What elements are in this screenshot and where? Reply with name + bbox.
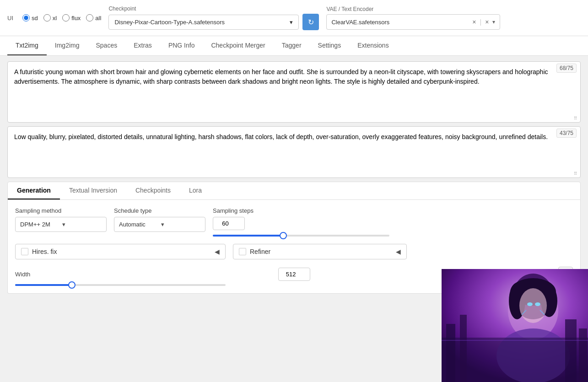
positive-prompt-textarea[interactable] <box>8 62 580 121</box>
vae-select[interactable]: ClearVAE.safetensors × | × ▾ <box>326 14 500 30</box>
main-tabs-bar: Txt2img Img2img Spaces Extras PNG Info C… <box>0 36 588 56</box>
vae-section: VAE / Text Encoder ClearVAE.safetensors … <box>326 6 500 30</box>
sub-tab-lora[interactable]: Lora <box>180 182 211 199</box>
tab-png-info[interactable]: PNG Info <box>160 36 203 55</box>
main-content: 68/75 ⠿ 43/75 ⠿ Generation Textual Inver… <box>0 56 588 299</box>
sampling-method-value: DPM++ 2M <box>20 221 59 228</box>
svg-point-8 <box>535 302 540 306</box>
tab-txt2img[interactable]: Txt2img <box>7 36 47 55</box>
checkpoint-section: Checkpoint Disney-Pixar-Cartoon-Type-A.s… <box>108 5 319 30</box>
hires-fix-label: Hires. fix <box>32 248 211 255</box>
sub-tabs-bar: Generation Textual Inversion Checkpoints… <box>7 182 581 200</box>
radio-xl[interactable]: xl <box>43 14 57 22</box>
negative-prompt-textarea[interactable] <box>8 127 580 176</box>
checkpoint-arrow-icon: ▾ <box>290 19 293 26</box>
width-fill <box>15 284 72 286</box>
svg-point-6 <box>519 288 547 323</box>
vae-separator: | <box>480 18 482 26</box>
tab-checkpoint-merger[interactable]: Checkpoint Merger <box>203 36 273 55</box>
sub-tab-checkpoints[interactable]: Checkpoints <box>126 182 180 199</box>
negative-prompt-wrapper: 43/75 ⠿ <box>7 126 581 178</box>
sampling-steps-row <box>213 217 389 230</box>
radio-xl-label: xl <box>53 15 57 22</box>
hires-fix-box[interactable]: Hires. fix ◀ <box>15 244 226 259</box>
radio-flux[interactable]: flux <box>62 14 81 22</box>
tab-extensions[interactable]: Extensions <box>349 36 397 55</box>
width-input[interactable] <box>278 268 310 281</box>
hires-row: Hires. fix ◀ Refiner ◀ <box>15 244 573 259</box>
hires-fix-checkbox[interactable] <box>21 248 28 255</box>
checkpoint-label: Checkpoint <box>108 5 319 12</box>
preview-image-svg <box>442 269 588 382</box>
sampling-steps-fill <box>213 235 283 237</box>
vae-clear-all-icon[interactable]: × <box>485 18 489 26</box>
image-preview <box>442 269 588 382</box>
svg-rect-15 <box>565 319 577 382</box>
radio-sd-label: sd <box>32 15 38 22</box>
model-radio-group: sd xl flux all <box>22 14 101 22</box>
refiner-collapse-icon[interactable]: ◀ <box>396 248 401 255</box>
svg-rect-16 <box>579 328 587 382</box>
sampling-steps-thumb[interactable] <box>280 232 287 239</box>
refiner-checkbox[interactable] <box>239 248 246 255</box>
positive-prompt-wrapper: 68/75 ⠿ <box>7 61 581 123</box>
refresh-icon: ↻ <box>308 18 314 27</box>
sampling-row: Sampling method DPM++ 2M ▾ Schedule type… <box>15 207 573 237</box>
checkpoint-value: Disney-Pixar-Cartoon-Type-A.safetensors <box>114 19 225 26</box>
tab-settings[interactable]: Settings <box>310 36 350 55</box>
svg-rect-14 <box>460 315 467 382</box>
vae-value: ClearVAE.safetensors <box>331 19 469 26</box>
tab-spaces[interactable]: Spaces <box>87 36 125 55</box>
refiner-label: Refiner <box>250 248 392 255</box>
ui-label: UI <box>7 15 13 22</box>
sampling-method-arrow-icon: ▾ <box>62 221 102 228</box>
tab-tagger[interactable]: Tagger <box>274 36 310 55</box>
vae-clear-icon[interactable]: × <box>472 18 476 26</box>
tab-extras[interactable]: Extras <box>125 36 160 55</box>
vae-label: VAE / Text Encoder <box>326 6 500 12</box>
top-bar: UI sd xl flux all Checkpoint Disney-Pixa… <box>0 0 588 36</box>
sampling-method-field: Sampling method DPM++ 2M ▾ <box>15 207 107 232</box>
sampling-steps-slider-container <box>213 235 389 237</box>
schedule-type-value: Automatic <box>119 221 158 228</box>
sampling-steps-field: Sampling steps <box>213 207 389 237</box>
checkpoint-dropdown: Disney-Pixar-Cartoon-Type-A.safetensors … <box>108 14 319 30</box>
hires-fix-collapse-icon[interactable]: ◀ <box>215 248 220 255</box>
radio-all[interactable]: all <box>86 14 101 22</box>
negative-resize-handle[interactable]: ⠿ <box>574 171 579 177</box>
svg-point-7 <box>527 302 533 306</box>
positive-resize-handle[interactable]: ⠿ <box>574 116 579 121</box>
refiner-box[interactable]: Refiner ◀ <box>233 244 407 259</box>
tab-img2img[interactable]: Img2img <box>47 36 88 55</box>
sub-tab-generation[interactable]: Generation <box>8 182 60 199</box>
sampling-steps-label: Sampling steps <box>213 207 389 214</box>
sampling-method-select[interactable]: DPM++ 2M ▾ <box>15 217 107 232</box>
svg-rect-13 <box>446 324 455 382</box>
vae-dropdown-icon[interactable]: ▾ <box>492 19 495 25</box>
image-preview-inner <box>442 269 588 382</box>
schedule-type-arrow-icon: ▾ <box>161 221 200 228</box>
width-label: Width <box>15 271 30 278</box>
negative-token-count: 43/75 <box>556 129 577 138</box>
radio-sd[interactable]: sd <box>22 14 38 22</box>
radio-all-label: all <box>95 15 101 22</box>
sub-tab-textual-inversion[interactable]: Textual Inversion <box>60 182 126 199</box>
checkpoint-select[interactable]: Disney-Pixar-Cartoon-Type-A.safetensors … <box>108 15 299 30</box>
width-track <box>15 284 226 286</box>
schedule-type-field: Schedule type Automatic ▾ <box>114 207 205 232</box>
sampling-method-label: Sampling method <box>15 207 107 214</box>
svg-rect-17 <box>442 340 588 341</box>
schedule-type-select[interactable]: Automatic ▾ <box>114 217 205 232</box>
schedule-type-label: Schedule type <box>114 207 205 214</box>
sampling-steps-input[interactable] <box>213 217 245 230</box>
positive-token-count: 68/75 <box>556 64 577 73</box>
radio-flux-label: flux <box>71 15 81 22</box>
width-thumb[interactable] <box>68 281 76 289</box>
sampling-steps-track <box>213 235 389 237</box>
checkpoint-refresh-button[interactable]: ↻ <box>302 14 319 30</box>
width-slider-container <box>15 284 226 286</box>
